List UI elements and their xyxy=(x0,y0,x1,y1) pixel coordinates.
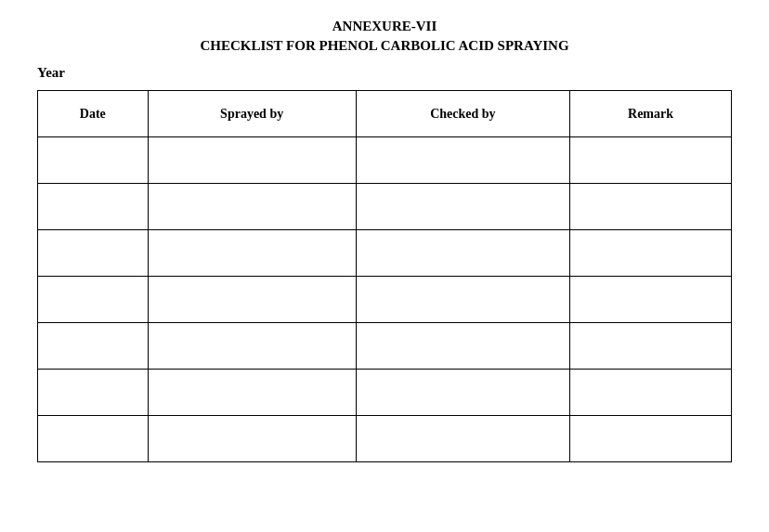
cell-remark xyxy=(570,230,732,277)
cell-remark xyxy=(570,184,732,230)
table-header-row: Date Sprayed by Checked by Remark xyxy=(38,91,732,137)
cell-date xyxy=(38,416,149,462)
table-row xyxy=(38,230,732,277)
col-header-checked-by: Checked by xyxy=(356,91,569,137)
table-row xyxy=(38,416,732,462)
cell-remark xyxy=(570,277,732,323)
table-row xyxy=(38,323,732,370)
cell-remark xyxy=(570,370,732,416)
title-sub: CHECKLIST FOR PHENOL CARBOLIC ACID SPRAY… xyxy=(37,38,732,54)
cell-sprayed-by xyxy=(148,277,356,323)
table-row xyxy=(38,277,732,323)
title-main: ANNEXURE-VII xyxy=(37,19,732,34)
cell-date xyxy=(38,370,149,416)
cell-checked-by xyxy=(356,370,569,416)
table-row xyxy=(38,137,732,184)
cell-sprayed-by xyxy=(148,230,356,277)
cell-remark xyxy=(570,323,732,370)
cell-checked-by xyxy=(356,184,569,230)
cell-checked-by xyxy=(356,323,569,370)
cell-sprayed-by xyxy=(148,184,356,230)
checklist-table: Date Sprayed by Checked by Remark xyxy=(37,90,732,462)
cell-remark xyxy=(570,137,732,184)
year-label: Year xyxy=(37,65,732,81)
cell-sprayed-by xyxy=(148,137,356,184)
cell-sprayed-by xyxy=(148,370,356,416)
cell-checked-by xyxy=(356,137,569,184)
col-header-sprayed-by: Sprayed by xyxy=(148,91,356,137)
cell-date xyxy=(38,137,149,184)
header-section: ANNEXURE-VII CHECKLIST FOR PHENOL CARBOL… xyxy=(37,19,732,54)
cell-date xyxy=(38,323,149,370)
table-row xyxy=(38,370,732,416)
cell-checked-by xyxy=(356,277,569,323)
table-row xyxy=(38,184,732,230)
cell-date xyxy=(38,230,149,277)
cell-date xyxy=(38,184,149,230)
cell-checked-by xyxy=(356,416,569,462)
col-header-remark: Remark xyxy=(570,91,732,137)
cell-checked-by xyxy=(356,230,569,277)
cell-remark xyxy=(570,416,732,462)
cell-date xyxy=(38,277,149,323)
cell-sprayed-by xyxy=(148,416,356,462)
col-header-date: Date xyxy=(38,91,149,137)
cell-sprayed-by xyxy=(148,323,356,370)
